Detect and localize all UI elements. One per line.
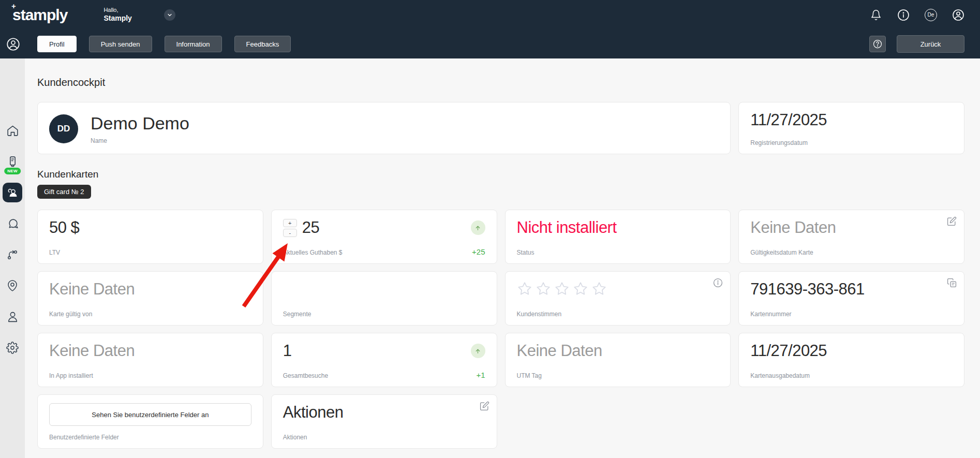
rating-stars[interactable] (517, 281, 719, 297)
toolbar-tabs: Profil Push senden Information Feedbacks (37, 36, 291, 52)
sidebar-item-home[interactable] (5, 123, 20, 138)
card-validity-value: Keine Daten (750, 218, 953, 237)
balance-delta: +25 (472, 247, 485, 256)
main-content: Kundencockpit DD Demo Demo Name 11/27/20… (25, 58, 980, 458)
arrow-up-icon (474, 225, 481, 231)
in-app-card: Keine Daten In App installiert (37, 333, 263, 387)
name-block: Demo Demo Name (91, 113, 189, 144)
segments-label: Segmente (283, 311, 485, 318)
trend-up-badge (471, 220, 485, 235)
total-visits-label: Gesamtbesuche (283, 372, 328, 379)
ltv-card: 50 $ LTV (37, 210, 263, 264)
custom-fields-label: Benutzerdefinierte Felder (49, 434, 251, 441)
in-app-label: In App installiert (49, 372, 251, 379)
balance-label: Aktuelles Guthaben $ (283, 249, 343, 256)
star-icon (573, 281, 588, 297)
edit-validity-button[interactable] (947, 216, 957, 227)
section-title-kundenkarten: Kundenkarten (37, 169, 964, 180)
total-visits-card: 1 Gesamtbesuche +1 (271, 333, 497, 387)
greeting-hello: Hallo, (103, 7, 131, 14)
tab-push-senden[interactable]: Push senden (89, 36, 152, 52)
info-icon (897, 9, 910, 21)
users-icon (6, 186, 19, 199)
map-pin-icon (6, 279, 19, 292)
tab-information[interactable]: Information (165, 36, 222, 52)
star-icon (554, 281, 570, 297)
ltv-value: 50 $ (49, 218, 251, 237)
toolbar-right: Zurück (869, 35, 964, 53)
toolbar: Profil Push senden Information Feedbacks… (0, 29, 980, 58)
card-validity-label: Gültigkeitsdatum Karte (750, 249, 953, 256)
issue-date-value: 11/27/2025 (750, 342, 953, 360)
sidebar-item-cards[interactable]: NEW (5, 154, 20, 169)
greeting: Hallo, Stamply (103, 7, 131, 23)
account-dropdown-toggle[interactable] (164, 9, 175, 21)
back-button[interactable]: Zurück (897, 35, 964, 53)
edit-actions-button[interactable] (480, 401, 490, 411)
issue-date-label: Kartenausgabedatum (750, 372, 953, 379)
balance-value: 25 (302, 218, 319, 237)
avatar: DD (49, 114, 78, 143)
language-button[interactable]: De (925, 9, 937, 21)
segments-card: Segmente (271, 271, 497, 326)
in-app-value: Keine Daten (49, 342, 251, 360)
sidebar-item-messages[interactable] (5, 216, 20, 231)
balance-card: + - 25 Aktuelles Guthaben $ +25 (271, 210, 497, 264)
chat-bubbles-icon (6, 217, 19, 230)
star-icon (591, 281, 607, 297)
gear-icon (6, 342, 19, 354)
info-icon (713, 278, 723, 288)
customer-name-label: Name (91, 137, 189, 144)
copy-card-number-button[interactable] (947, 278, 957, 288)
customer-profile-button[interactable] (6, 37, 20, 51)
sidebar-item-locations[interactable] (5, 278, 20, 293)
edit-icon (480, 401, 489, 411)
customer-votes-card: Kundenstimmen (505, 271, 731, 326)
registration-date-value: 11/27/2025 (750, 111, 953, 129)
top-icon-group: De (870, 9, 964, 21)
valid-from-card: Keine Daten Karte gültig von (37, 271, 263, 326)
person-icon (6, 311, 19, 323)
top-bar: + stamply Hallo, Stamply De (0, 0, 980, 29)
user-circle-icon (952, 9, 964, 21)
total-visits-value: 1 (283, 342, 292, 360)
status-label: Status (517, 249, 719, 256)
star-icon (536, 281, 551, 297)
valid-from-label: Karte gültig von (49, 311, 251, 318)
question-icon (872, 39, 883, 49)
issue-date-card: 11/27/2025 Kartenausgabedatum (738, 333, 964, 387)
notifications-button[interactable] (870, 9, 882, 21)
tab-feedbacks[interactable]: Feedbacks (234, 36, 291, 52)
sidebar: NEW (0, 58, 25, 458)
help-button[interactable] (869, 36, 886, 52)
brand-logo: + stamply (12, 6, 67, 24)
utm-tag-card: Keine Daten UTM Tag (505, 333, 731, 387)
card-number-card: 791639-363-861 Kartennummer (738, 271, 964, 326)
profile-menu-button[interactable] (952, 9, 964, 21)
info-button[interactable] (897, 9, 910, 21)
star-icon (517, 281, 532, 297)
balance-decrement-button[interactable]: - (283, 229, 297, 237)
bell-icon (870, 9, 882, 21)
greeting-name: Stamply (103, 14, 131, 23)
sidebar-item-automation[interactable] (5, 247, 20, 262)
balance-increment-button[interactable]: + (283, 219, 297, 227)
sidebar-item-customers[interactable] (3, 183, 22, 202)
page-body: NEW Kundencockpit DD Demo Demo N (0, 58, 980, 458)
votes-info-button[interactable] (713, 278, 723, 288)
actions-label: Aktionen (283, 434, 485, 441)
sidebar-item-settings[interactable] (5, 341, 20, 355)
balance-stepper: + - (283, 219, 297, 237)
language-badge: De (925, 9, 937, 21)
gift-card-badge[interactable]: Gift card № 2 (37, 185, 91, 199)
view-custom-fields-button[interactable]: Sehen Sie benutzerdefinierte Felder an (49, 403, 251, 426)
edit-icon (947, 216, 957, 226)
arrow-up-icon (474, 348, 481, 354)
sidebar-item-account[interactable] (5, 309, 20, 324)
registration-date-card: 11/27/2025 Registrierungsdatum (738, 102, 964, 154)
trend-up-badge (471, 344, 485, 358)
valid-from-value: Keine Daten (49, 280, 251, 299)
tab-profil[interactable]: Profil (37, 36, 77, 52)
status-card: Nicht installiert Status (505, 210, 731, 264)
custom-fields-card: Sehen Sie benutzerdefinierte Felder an B… (37, 394, 263, 449)
